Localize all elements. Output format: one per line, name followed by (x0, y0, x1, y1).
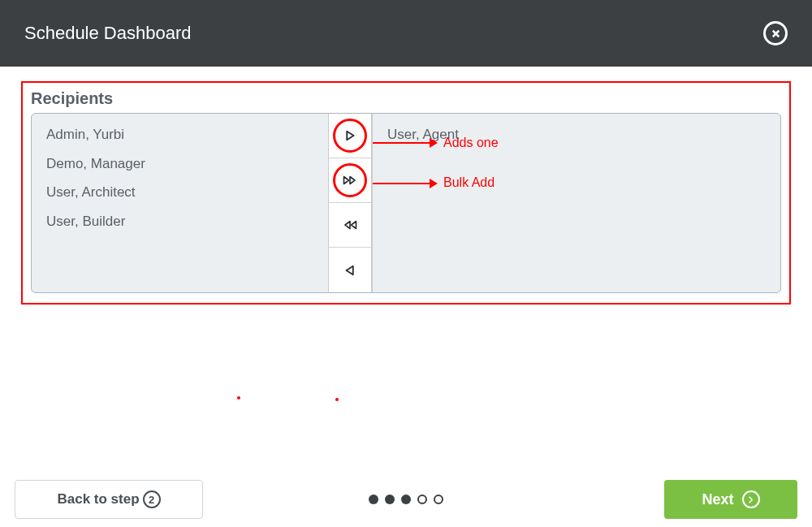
add-one-button[interactable] (329, 114, 371, 158)
progress-dot (417, 495, 427, 504)
step-number-badge: 2 (143, 490, 161, 508)
transfer-controls (328, 114, 372, 292)
annotation-dot (335, 398, 339, 401)
next-button-label: Next (702, 491, 733, 508)
list-item[interactable]: Demo, Manager (43, 149, 317, 179)
recipients-label: Recipients (31, 89, 781, 108)
available-list[interactable]: Admin, Yurbi Demo, Manager User, Archite… (32, 114, 328, 292)
progress-dot (434, 495, 443, 504)
modal-header: Schedule Dashboard (0, 0, 812, 67)
progress-indicator (369, 495, 443, 504)
progress-dot (369, 495, 378, 504)
close-icon (770, 28, 782, 40)
double-play-right-icon (343, 173, 357, 188)
progress-dot (401, 495, 411, 504)
next-button[interactable]: Next (664, 480, 797, 519)
back-button[interactable]: Back to step 2 (15, 480, 203, 519)
back-button-label: Back to step (57, 491, 139, 508)
list-item[interactable]: Admin, Yurbi (43, 120, 317, 149)
close-button[interactable] (763, 21, 788, 45)
play-left-icon (343, 263, 357, 278)
modal-footer: Back to step 2 Next (0, 480, 812, 519)
modal-title: Schedule Dashboard (24, 23, 191, 44)
selected-list[interactable]: User, Agent (372, 114, 780, 292)
remove-all-button[interactable] (329, 203, 371, 248)
dual-list-box: Admin, Yurbi Demo, Manager User, Archite… (31, 113, 781, 293)
add-all-button[interactable] (329, 158, 371, 203)
remove-one-button[interactable] (329, 248, 371, 292)
progress-dot (385, 495, 395, 504)
list-item[interactable]: User, Architect (43, 178, 317, 207)
arrow-right-circle-icon (742, 490, 760, 508)
recipients-section: Recipients Admin, Yurbi Demo, Manager Us… (21, 81, 791, 305)
list-item[interactable]: User, Agent (384, 120, 769, 149)
annotation-dot (237, 396, 240, 400)
play-right-icon (343, 128, 357, 143)
list-item[interactable]: User, Builder (43, 207, 317, 236)
double-play-left-icon (343, 218, 357, 232)
